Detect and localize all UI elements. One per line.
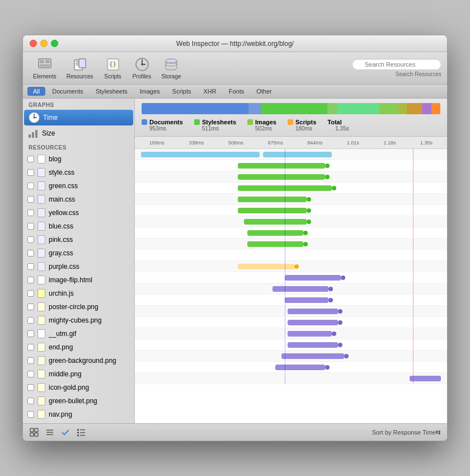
table-row[interactable] xyxy=(135,351,447,362)
list-item[interactable]: image-flip.html xyxy=(23,273,134,287)
resource-checkbox[interactable] xyxy=(27,317,34,324)
list-view-button[interactable] xyxy=(44,427,55,438)
table-row[interactable] xyxy=(135,283,447,295)
resource-checkbox[interactable] xyxy=(27,209,34,216)
resource-checkbox[interactable] xyxy=(27,330,34,337)
resource-name: yellow.css xyxy=(49,209,79,217)
resource-checkbox[interactable] xyxy=(27,169,34,176)
scripts-icon: {} xyxy=(105,57,121,72)
table-row[interactable] xyxy=(135,239,447,250)
list-item[interactable]: mighty-cubes.png xyxy=(23,314,134,327)
list-item[interactable]: gray.css xyxy=(23,246,134,260)
list-item[interactable]: purple.css xyxy=(23,260,134,273)
maximize-button[interactable] xyxy=(51,40,58,47)
sidebar-item-time[interactable]: Time xyxy=(24,110,133,125)
table-row[interactable] xyxy=(135,227,447,239)
row-bar-area xyxy=(135,295,447,305)
table-row[interactable] xyxy=(135,295,447,306)
minimize-button[interactable] xyxy=(40,40,48,47)
resource-checkbox[interactable] xyxy=(27,384,34,391)
table-row[interactable] xyxy=(135,149,447,160)
list-item[interactable]: poster-circle.png xyxy=(23,300,134,314)
list-item[interactable]: nav.png xyxy=(23,408,134,421)
dot-img xyxy=(338,343,342,347)
list-item[interactable]: green-bullet.png xyxy=(23,394,134,408)
close-button[interactable] xyxy=(30,40,37,47)
scripts-button[interactable]: {} Scripts xyxy=(99,55,127,81)
tab-images[interactable]: Images xyxy=(134,87,166,96)
grid-view-button[interactable] xyxy=(29,427,40,438)
vline-blue xyxy=(285,283,285,294)
table-row[interactable] xyxy=(135,339,447,351)
sidebar-item-size[interactable]: Size xyxy=(23,125,134,141)
resources-header: RESOURCES xyxy=(23,141,134,152)
bar-css xyxy=(247,241,303,247)
list-item[interactable]: __utm.gif xyxy=(23,327,134,340)
search-input[interactable] xyxy=(352,59,441,70)
tab-xhr[interactable]: XHR xyxy=(198,87,222,96)
table-row[interactable] xyxy=(135,362,447,373)
table-row[interactable] xyxy=(135,216,447,227)
list-item[interactable]: pink.css xyxy=(23,233,134,246)
storage-button[interactable]: Storage xyxy=(157,55,186,81)
table-row[interactable] xyxy=(135,317,447,328)
resource-checkbox[interactable] xyxy=(27,398,34,404)
resources-button[interactable]: Resources xyxy=(62,55,98,81)
doc-bar-segment2 xyxy=(248,103,261,114)
tab-all[interactable]: All xyxy=(27,87,45,96)
profiles-button[interactable]: Profiles xyxy=(128,55,156,81)
css-icon xyxy=(37,181,45,190)
table-row[interactable] xyxy=(135,250,447,261)
table-row[interactable] xyxy=(135,261,447,272)
list-item[interactable]: blog xyxy=(23,152,134,166)
table-row[interactable] xyxy=(135,373,447,384)
resource-checkbox[interactable] xyxy=(27,196,34,203)
resource-checkbox[interactable] xyxy=(27,411,34,418)
tab-other[interactable]: Other xyxy=(251,87,278,96)
resource-checkbox[interactable] xyxy=(27,250,34,256)
resource-checkbox[interactable] xyxy=(27,236,34,243)
bar-ico xyxy=(410,376,441,381)
resource-checkbox[interactable] xyxy=(27,277,34,283)
table-row[interactable] xyxy=(135,306,447,317)
list-item[interactable]: urchin.js xyxy=(23,287,134,300)
resource-checkbox[interactable] xyxy=(27,344,34,351)
list-item[interactable]: green-background.png xyxy=(23,354,134,367)
table-row[interactable] xyxy=(135,183,447,194)
resource-checkbox[interactable] xyxy=(27,357,34,364)
list-item[interactable]: style.css xyxy=(23,166,134,179)
list-item[interactable]: middle.png xyxy=(23,367,134,381)
list-item[interactable]: favicon.ico xyxy=(23,421,134,423)
dot-css xyxy=(303,242,308,246)
table-row[interactable] xyxy=(135,272,447,283)
table-row[interactable] xyxy=(135,194,447,205)
table-row[interactable] xyxy=(135,160,447,171)
list-item[interactable]: blue.css xyxy=(23,220,134,233)
sort-select[interactable]: Sort by Response Time Sort by Name Sort … xyxy=(374,427,448,437)
tab-documents[interactable]: Documents xyxy=(46,87,89,96)
resource-name: green-bullet.png xyxy=(49,397,97,405)
resource-name: purple.css xyxy=(49,263,79,270)
list-item[interactable]: icon-gold.png xyxy=(23,381,134,394)
tab-scripts[interactable]: Scripts xyxy=(167,87,197,96)
resource-checkbox[interactable] xyxy=(27,223,34,230)
tab-stylesheets[interactable]: Stylesheets xyxy=(90,87,133,96)
resource-name: blue.css xyxy=(49,222,73,230)
detail-view-button[interactable] xyxy=(76,427,87,438)
table-row[interactable] xyxy=(135,205,447,216)
list-item[interactable]: end.png xyxy=(23,340,134,354)
check-button[interactable] xyxy=(60,427,71,438)
resource-checkbox[interactable] xyxy=(27,183,34,189)
tab-fonts[interactable]: Fonts xyxy=(223,87,250,96)
resource-checkbox[interactable] xyxy=(27,156,34,162)
list-item[interactable]: yellow.css xyxy=(23,206,134,220)
elements-button[interactable]: Elements xyxy=(29,55,61,81)
resource-checkbox[interactable] xyxy=(27,304,34,310)
resource-checkbox[interactable] xyxy=(27,371,34,377)
resource-checkbox[interactable] xyxy=(27,290,34,297)
resource-checkbox[interactable] xyxy=(27,263,34,270)
table-row[interactable] xyxy=(135,328,447,339)
table-row[interactable] xyxy=(135,171,447,183)
list-item[interactable]: green.css xyxy=(23,179,134,193)
list-item[interactable]: main.css xyxy=(23,193,134,206)
